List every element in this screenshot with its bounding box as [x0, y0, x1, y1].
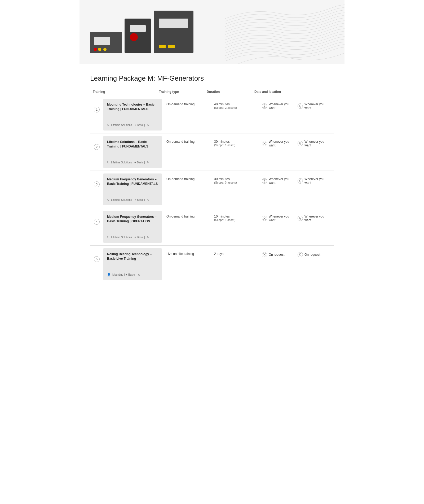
table-row: 1 Mounting Technologies – Basic Training… — [90, 96, 334, 133]
footer-icon2: ✎ — [147, 198, 149, 202]
row-data: On-demand training 30 minutes (Scope: 1 … — [162, 133, 334, 171]
duration-cell: 40 minutes (Scope: 2 assets) — [212, 101, 260, 110]
training-type-cell: On-demand training — [164, 176, 212, 182]
location-cell: Wherever you want — [295, 214, 331, 223]
training-card[interactable]: Medium Frequency Generators – Basic Trai… — [103, 173, 162, 205]
scope-value: (Scope: 3 assets) — [214, 181, 258, 184]
footer-icon2: ✎ — [147, 123, 149, 127]
machine-1 — [90, 32, 122, 53]
date-text: Whenever you want — [269, 177, 293, 185]
row-number-col: 5 — [90, 246, 103, 283]
location-text: Wherever you want — [304, 177, 329, 185]
date-cell: On request — [260, 251, 295, 258]
table-row: 4 Medium Frequency Generators – Basic Tr… — [90, 208, 334, 246]
location-cell: Wherever you want — [295, 176, 331, 186]
row-line — [97, 263, 97, 283]
table-row: 2 Lifetime Solutions – Basic Training | … — [90, 133, 334, 171]
training-card[interactable]: Medium Frequency Generators – Basic Trai… — [103, 211, 162, 243]
row-number: 4 — [94, 219, 100, 225]
footer-icon1: ↻ — [107, 198, 109, 202]
footer-text: Lifetime Solutions | ✦ Basic | — [111, 198, 145, 201]
table-header: Training Training type Duration Date and… — [90, 88, 334, 96]
row-line — [97, 151, 97, 171]
duration-cell: 2 days — [212, 251, 260, 257]
hero-waves — [212, 0, 344, 64]
machine-3 — [154, 11, 193, 53]
training-card-footer: ↻ Lifetime Solutions | ✦ Basic | ✎ — [107, 123, 158, 127]
location-cell: Wherever you want — [295, 139, 331, 148]
row-line — [97, 188, 97, 208]
training-card-footer: ↻ Lifetime Solutions | ✦ Basic | ✎ — [107, 198, 158, 202]
date-icon — [262, 216, 267, 221]
training-card-footer: ↻ Lifetime Solutions | ✦ Basic | ✎ — [107, 236, 158, 239]
date-cell: Whenever you want — [260, 101, 295, 111]
duration-value: 40 minutes — [214, 102, 258, 106]
scope-value: (Scope: 1 asset) — [214, 218, 258, 221]
footer-icon2: © — [138, 273, 140, 276]
footer-icon2: ✎ — [147, 161, 149, 164]
location-cell: On request — [295, 251, 331, 258]
row-number: 2 — [94, 144, 100, 150]
date-icon — [262, 103, 267, 109]
svg-point-8 — [299, 180, 301, 181]
row-line-top — [97, 176, 97, 181]
date-text: Whenever you want — [269, 102, 293, 110]
row-number: 5 — [94, 256, 100, 262]
row-line-top — [97, 214, 97, 219]
svg-point-5 — [299, 142, 301, 144]
training-card-footer: ↻ Lifetime Solutions | ✦ Basic | ✎ — [107, 161, 158, 164]
page-title-section: Learning Package M: MF-Generators — [80, 64, 344, 88]
footer-text: Mounting | ✦ Basic | — [112, 273, 136, 276]
date-cell: Whenever you want — [260, 139, 295, 148]
svg-point-1 — [264, 106, 265, 107]
row-number: 1 — [94, 107, 100, 112]
location-text: Wherever you want — [304, 215, 329, 222]
date-cell: Whenever you want — [260, 176, 295, 186]
footer-icon1: ↻ — [107, 161, 109, 164]
training-card[interactable]: Rolling Bearing Technology – Basic Live … — [103, 248, 162, 280]
training-card[interactable]: Mounting Technologies – Basic Training |… — [103, 99, 162, 131]
training-type-cell: On-demand training — [164, 101, 212, 107]
training-card[interactable]: Lifetime Solutions – Basic Training | FU… — [103, 136, 162, 168]
footer-text: Lifetime Solutions | ✦ Basic | — [111, 124, 145, 127]
row-data: On-demand training 30 minutes (Scope: 3 … — [162, 171, 334, 208]
training-type-cell: Live on-site training — [164, 251, 212, 257]
svg-point-11 — [299, 217, 301, 219]
location-icon — [298, 141, 303, 146]
date-icon — [262, 178, 267, 184]
duration-cell: 10 minutes (Scope: 1 asset) — [212, 214, 260, 223]
header-training-type: Training type — [159, 90, 207, 94]
footer-text: Lifetime Solutions | ✦ Basic | — [111, 236, 145, 239]
svg-point-4 — [264, 143, 265, 144]
duration-value: 30 minutes — [214, 140, 258, 144]
row-number-col: 2 — [90, 133, 103, 171]
row-number: 3 — [94, 181, 100, 187]
training-card-title: Medium Frequency Generators – Basic Trai… — [107, 215, 158, 224]
training-card-title: Lifetime Solutions – Basic Training | FU… — [107, 140, 158, 149]
row-line-top — [97, 139, 97, 144]
row-line — [97, 114, 97, 133]
footer-icon1: ↻ — [107, 236, 109, 239]
training-card-footer: 👤 Mounting | ✦ Basic | © — [107, 273, 158, 276]
date-text: On request — [269, 253, 284, 257]
date-cell: Whenever you want — [260, 214, 295, 223]
row-number-col: 4 — [90, 208, 103, 245]
training-rows: 1 Mounting Technologies – Basic Training… — [90, 96, 334, 283]
scope-value: (Scope: 1 asset) — [214, 144, 258, 147]
duration-cell: 30 minutes (Scope: 1 asset) — [212, 139, 260, 148]
row-data: On-demand training 40 minutes (Scope: 2 … — [162, 96, 334, 133]
table-row: 5 Rolling Bearing Technology – Basic Liv… — [90, 246, 334, 283]
hero-machines — [90, 11, 193, 53]
row-line-top — [97, 101, 97, 107]
footer-icon1: ↻ — [107, 123, 109, 127]
table-row: 3 Medium Frequency Generators – Basic Tr… — [90, 171, 334, 208]
scope-value: (Scope: 2 assets) — [214, 106, 258, 109]
row-number-col: 1 — [90, 96, 103, 133]
location-icon — [298, 178, 303, 184]
date-text: Whenever you want — [269, 215, 293, 222]
location-text: On request — [304, 253, 320, 257]
duration-value: 30 minutes — [214, 177, 258, 181]
training-card-title: Rolling Bearing Technology – Basic Live … — [107, 252, 158, 261]
header-training: Training — [93, 90, 159, 94]
svg-point-7 — [264, 180, 265, 181]
